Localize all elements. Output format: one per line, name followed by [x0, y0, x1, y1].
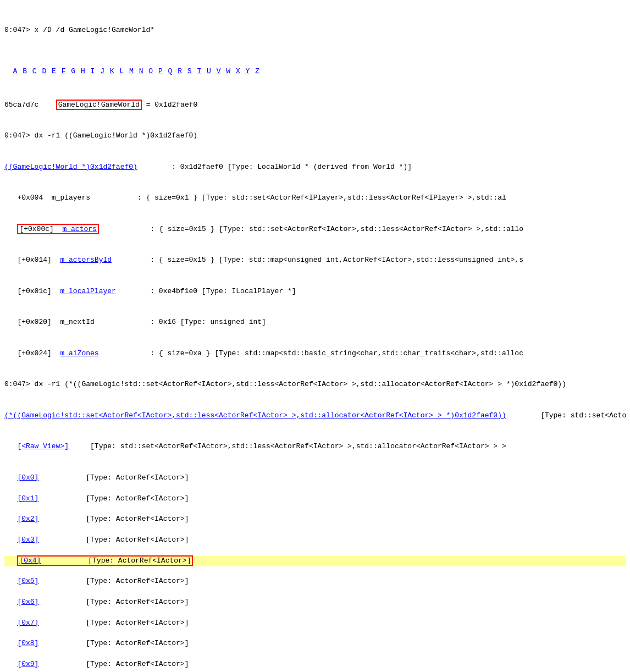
addr-value: 65ca7d7c: [4, 101, 38, 109]
nav-p[interactable]: P: [158, 67, 163, 75]
nav-l[interactable]: L: [119, 67, 124, 75]
nav-u[interactable]: U: [207, 67, 211, 75]
idx-0x2[interactable]: [0x2]: [17, 515, 38, 523]
array-0x9: [0x9] [Type: ActorRef<IActor>]: [4, 659, 626, 670]
nav-o[interactable]: O: [148, 67, 153, 75]
nav-i[interactable]: I: [91, 67, 95, 75]
actors-highlight: [+0x00c] m_actors: [17, 224, 98, 234]
idx-0x3[interactable]: [0x3]: [17, 536, 38, 544]
idx-0x0[interactable]: [0x0]: [17, 473, 38, 482]
nav-g[interactable]: G: [71, 67, 75, 75]
nav-c[interactable]: C: [32, 67, 37, 75]
field-aizones: [+0x024] m_aiZones : { size=0xa } [Type:…: [4, 349, 626, 359]
actors-link[interactable]: m_actors: [62, 225, 96, 233]
nav-m[interactable]: M: [129, 67, 134, 75]
nav-e[interactable]: E: [52, 67, 56, 75]
field-localplayer: [+0x01c] m_localPlayer : 0xe4bf1e0 [Type…: [4, 287, 626, 297]
nav-q[interactable]: Q: [168, 67, 173, 75]
nav-d[interactable]: D: [42, 67, 46, 75]
raw-view-line: [<Raw View>] [Type: std::set<ActorRef<IA…: [4, 442, 626, 452]
field-actorsbyid: [+0x014] m_actorsById : { size=0x15 } [T…: [4, 255, 626, 266]
prompt-line-1: 0:047> x /D /d GameLogic!GameWorld*: [4, 25, 626, 36]
nav-a[interactable]: A: [13, 67, 18, 75]
array-0x3: [0x3] [Type: ActorRef<IActor>]: [4, 535, 626, 546]
prompt-line-2: 0:047> dx -r1 ((GameLogic!World *)0x1d2f…: [4, 131, 626, 141]
field-players: +0x004 m_players : { size=0x1 } [Type: s…: [4, 193, 626, 203]
set-link[interactable]: (*((GameLogic!std::set<ActorRef<IActor>,…: [4, 411, 506, 420]
gameworld-label: GameLogic!GameWorld: [56, 100, 142, 110]
array-0x1: [0x1] [Type: ActorRef<IActor>]: [4, 494, 626, 504]
array-0x4: [0x4] [Type: ActorRef<IActor>]: [4, 556, 626, 566]
array-0x0: [0x0] [Type: ActorRef<IActor>]: [4, 473, 626, 483]
idx-0x4[interactable]: [0x4]: [19, 557, 41, 565]
gameworld-link-line: ((GameLogic!World *)0x1d2faef0) : 0x1d2f…: [4, 162, 626, 173]
nav-f[interactable]: F: [62, 67, 66, 75]
prompt-text-2: 0:047> dx -r1 ((GameLogic!World *)0x1d2f…: [4, 131, 197, 140]
gameworld-type: : 0x1d2faef0 [Type: LocalWorld * (derive…: [137, 163, 412, 171]
nav-r[interactable]: R: [178, 67, 182, 75]
nav-j[interactable]: J: [100, 67, 104, 75]
debugger-output: 0:047> x /D /d GameLogic!GameWorld* A B …: [4, 4, 626, 672]
nav-v[interactable]: V: [217, 67, 221, 75]
nav-b[interactable]: B: [23, 67, 27, 75]
array-0x7: [0x7] [Type: ActorRef<IActor>]: [4, 618, 626, 629]
gameworld-link[interactable]: ((GameLogic!World *)0x1d2faef0): [4, 163, 137, 171]
actorsbyid-link[interactable]: m_actorsById: [60, 256, 112, 264]
nav-n[interactable]: N: [139, 67, 143, 75]
nav-w[interactable]: W: [226, 67, 230, 75]
idx-0x6[interactable]: [0x6]: [17, 598, 38, 606]
aizones-link[interactable]: m_aiZones: [60, 349, 98, 357]
idx-0x7[interactable]: [0x7]: [17, 619, 38, 627]
prompt-text-1: 0:047> x /D /d GameLogic!GameWorld*: [4, 26, 154, 34]
array-0x5: [0x5] [Type: ActorRef<IActor>]: [4, 576, 626, 587]
nav-y[interactable]: Y: [246, 67, 250, 75]
array-0x6: [0x6] [Type: ActorRef<IActor>]: [4, 597, 626, 608]
localplayer-link[interactable]: m_localPlayer: [60, 287, 115, 295]
gameworld-value: = 0x1d2faef0: [146, 101, 198, 109]
nav-h[interactable]: H: [81, 67, 85, 75]
nav-x[interactable]: X: [236, 67, 240, 75]
array-0x8: [0x8] [Type: ActorRef<IActor>]: [4, 638, 626, 649]
idx-0x4-highlight: [0x4] [Type: ActorRef<IActor>]: [17, 555, 193, 566]
nav-s[interactable]: S: [187, 67, 192, 75]
field-actors: [+0x00c] m_actors : { size=0x15 } [Type:…: [4, 224, 626, 235]
raw-view-link[interactable]: [<Raw View>]: [17, 442, 69, 450]
nav-line[interactable]: A B C D E F G H I J K L M N O P Q R S T …: [4, 56, 626, 77]
nav-k[interactable]: K: [110, 67, 114, 75]
array-0x2: [0x2] [Type: ActorRef<IActor>]: [4, 514, 626, 525]
addr-line: 65ca7d7c GameLogic!GameWorld = 0x1d2faef…: [4, 100, 626, 111]
idx-0x9[interactable]: [0x9]: [17, 660, 38, 668]
nav-t[interactable]: T: [197, 67, 201, 75]
set-link-line: (*((GameLogic!std::set<ActorRef<IActor>,…: [4, 411, 626, 421]
field-nextid: [+0x020] m_nextId : 0x16 [Type: unsigned…: [4, 317, 626, 328]
idx-0x8[interactable]: [0x8]: [17, 639, 38, 647]
idx-0x1[interactable]: [0x1]: [17, 494, 38, 503]
prompt-line-3: 0:047> dx -r1 (*((GameLogic!std::set<Act…: [4, 379, 626, 390]
nav-z[interactable]: Z: [255, 67, 259, 75]
idx-0x5[interactable]: [0x5]: [17, 577, 38, 585]
